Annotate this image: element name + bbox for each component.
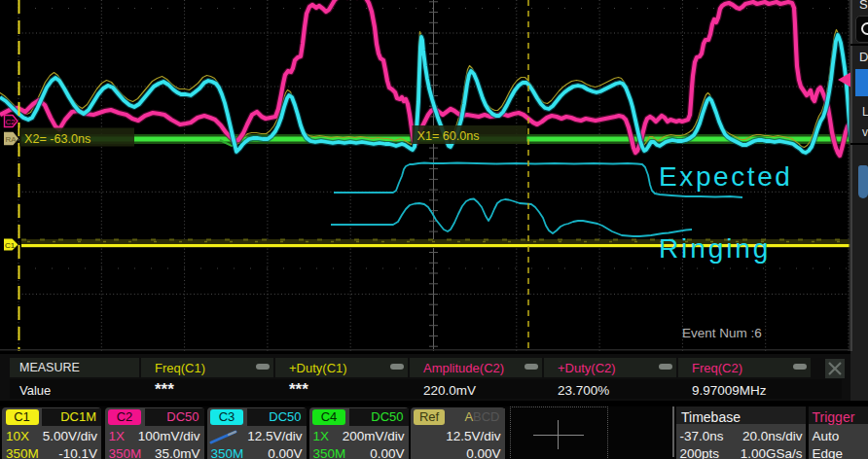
svg-text:Event Num :6: Event Num :6 — [682, 326, 762, 340]
svg-text:X2= -63.0ns: X2= -63.0ns — [24, 132, 90, 146]
svg-text:C1: C1 — [5, 241, 16, 250]
svg-text:Ringing: Ringing — [659, 233, 771, 264]
svg-text:RA: RA — [6, 135, 18, 144]
svg-text:X1= 60.0ns: X1= 60.0ns — [417, 129, 480, 143]
svg-text:Expected: Expected — [659, 161, 793, 192]
svg-text:C2: C2 — [6, 118, 17, 126]
